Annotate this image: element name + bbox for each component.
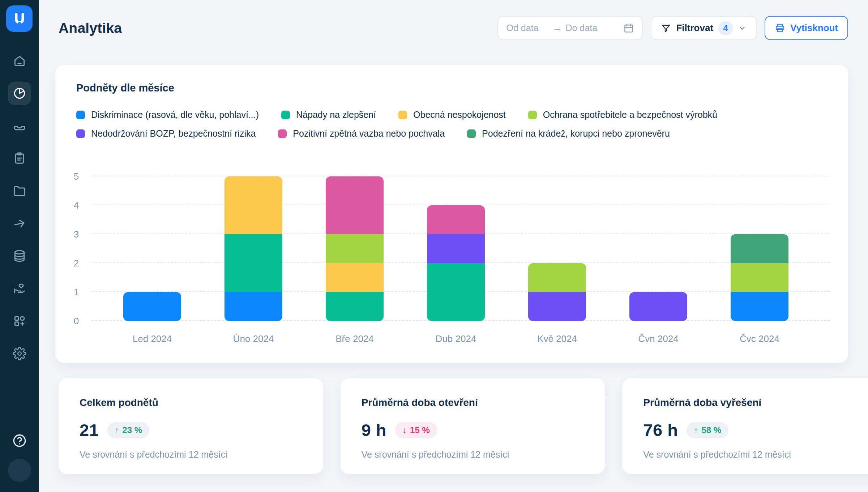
sidebar-item-files[interactable] <box>8 179 31 202</box>
legend-item[interactable]: Obecná nespokojenost <box>398 110 506 120</box>
legend-item[interactable]: Podezření na krádež, korupci nebo zprone… <box>467 128 670 139</box>
printer-icon <box>775 23 785 33</box>
stat-value: 9 h <box>362 420 386 440</box>
bar-segment[interactable] <box>427 263 485 321</box>
stat-value: 76 h <box>643 420 678 440</box>
pie-chart-icon <box>13 86 26 100</box>
chart-legend: Diskriminace (rasová, dle věku, pohlaví.… <box>76 110 828 139</box>
bar-segment[interactable] <box>731 292 788 321</box>
filter-funnel-icon <box>661 23 671 33</box>
bar-čvn-2024[interactable] <box>629 292 687 321</box>
trend-value: 23 % <box>122 425 142 435</box>
filter-button[interactable]: Filtrovat 4 <box>651 16 757 40</box>
inbox-icon <box>13 119 26 133</box>
sidebar-nav <box>8 49 31 365</box>
app-logo[interactable] <box>6 5 33 32</box>
bar-segment[interactable] <box>326 292 384 321</box>
legend-label: Pozitivní zpětná vazba nebo pochvala <box>293 128 445 139</box>
bar-segment[interactable] <box>427 205 485 234</box>
legend-item[interactable]: Nápady na zlepšení <box>281 110 376 120</box>
legend-item[interactable]: Pozitivní zpětná vazba nebo pochvala <box>278 128 445 139</box>
bar-segment[interactable] <box>225 234 282 292</box>
stat-title: Celkem podnětů <box>80 397 302 408</box>
chevron-down-icon <box>738 24 747 33</box>
hand-heart-icon <box>13 282 26 295</box>
legend-swatch <box>76 111 85 119</box>
sidebar-item-inbox[interactable] <box>8 114 31 137</box>
x-axis-label: Kvě 2024 <box>514 333 600 345</box>
trend-arrow-icon: ↑ <box>115 425 119 435</box>
apps-add-icon <box>13 314 26 328</box>
bar-čvc-2024[interactable] <box>731 234 788 321</box>
bar-segment[interactable] <box>427 234 485 263</box>
range-arrow-icon: → <box>552 22 562 34</box>
bar-úno-2024[interactable] <box>225 176 282 321</box>
sidebar-item-send[interactable] <box>8 212 31 235</box>
chart-title: Podněty dle měsíce <box>76 82 174 94</box>
bar-kvě-2024[interactable] <box>528 263 586 321</box>
bar-segment[interactable] <box>326 176 384 234</box>
trend-badge: ↓ 15 % <box>395 422 437 438</box>
bar-segment[interactable] <box>731 234 788 263</box>
stat-value: 21 <box>80 420 99 440</box>
x-axis-label: Úno 2024 <box>210 333 297 345</box>
stat-card: Celkem podnětů 21 ↑ 23 % Ve srovnání s p… <box>59 378 323 474</box>
chart-card: Podněty dle měsíce Diskriminace (rasová,… <box>55 65 848 363</box>
legend-item[interactable]: Diskriminace (rasová, dle věku, pohlaví.… <box>76 110 259 120</box>
y-axis-tick: 5 <box>69 171 84 182</box>
bar-segment[interactable] <box>326 234 384 263</box>
print-button[interactable]: Vytisknout <box>765 16 848 40</box>
sidebar-item-database[interactable] <box>8 244 31 268</box>
bar-segment[interactable] <box>528 292 586 321</box>
legend-item[interactable]: Nedodržování BOZP, bezpečnostní rizika <box>76 128 256 139</box>
avatar[interactable] <box>8 459 31 482</box>
print-label: Vytisknout <box>790 22 838 34</box>
legend-swatch <box>278 129 287 138</box>
stat-card: Průměrná doba vyřešení 76 h ↑ 58 % Ve sr… <box>622 378 868 474</box>
legend-label: Diskriminace (rasová, dle věku, pohlaví.… <box>91 110 259 120</box>
sidebar-item-integrations[interactable] <box>8 309 31 333</box>
stat-card: Průměrná doba otevření 9 h ↓ 15 % Ve sro… <box>341 378 605 474</box>
stat-subtitle: Ve srovnání s předchozími 12 měsíci <box>643 449 866 460</box>
gear-icon <box>13 347 26 360</box>
bar-led-2024[interactable] <box>123 292 181 321</box>
sidebar-item-benefits[interactable] <box>8 277 31 300</box>
database-icon <box>13 249 26 263</box>
bar-segment[interactable] <box>629 292 687 321</box>
legend-swatch <box>76 129 85 138</box>
calendar-icon <box>623 23 634 34</box>
bar-segment[interactable] <box>225 292 282 321</box>
bar-dub-2024[interactable] <box>427 205 485 321</box>
date-range-picker[interactable]: → <box>497 16 643 40</box>
bar-segment[interactable] <box>528 263 586 292</box>
stat-subtitle: Ve srovnání s předchozími 12 měsíci <box>80 449 302 460</box>
x-axis-label: Bře 2024 <box>311 333 398 345</box>
legend-item[interactable]: Ochrana spotřebitele a bezpečnost výrobk… <box>528 110 717 120</box>
page-title: Analytika <box>59 20 497 36</box>
x-axis-label: Dub 2024 <box>412 333 499 345</box>
topbar: Analytika → Filtrovat 4 <box>39 0 868 65</box>
sidebar <box>0 0 39 492</box>
x-axis-label: Čvc 2024 <box>716 333 803 345</box>
sidebar-item-settings[interactable] <box>8 342 31 365</box>
sidebar-item-analytics[interactable] <box>8 82 31 105</box>
bar-bře-2024[interactable] <box>326 176 384 321</box>
trend-value: 15 % <box>410 425 430 435</box>
sidebar-item-home[interactable] <box>8 49 31 72</box>
date-to-input[interactable] <box>565 23 608 33</box>
x-axis-label: Led 2024 <box>109 333 196 345</box>
bar-chart: 012345Led 2024Úno 2024Bře 2024Dub 2024Kv… <box>91 176 830 321</box>
sidebar-item-tasks[interactable] <box>8 147 31 170</box>
date-from-input[interactable] <box>506 23 549 33</box>
legend-swatch <box>528 111 537 119</box>
y-axis-tick: 1 <box>69 287 84 298</box>
bar-segment[interactable] <box>123 292 181 321</box>
bar-segment[interactable] <box>731 263 788 292</box>
help-button[interactable] <box>11 432 28 449</box>
bar-segment[interactable] <box>326 263 384 292</box>
legend-swatch <box>281 111 290 119</box>
legend-label: Ochrana spotřebitele a bezpečnost výrobk… <box>543 110 717 120</box>
bar-segment[interactable] <box>225 176 282 234</box>
x-axis-label: Čvn 2024 <box>615 333 702 345</box>
legend-label: Nápady na zlepšení <box>296 110 376 120</box>
